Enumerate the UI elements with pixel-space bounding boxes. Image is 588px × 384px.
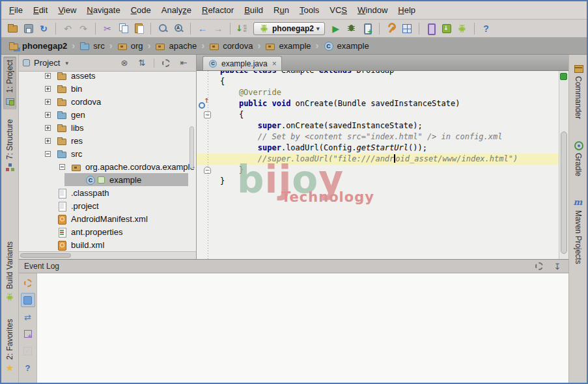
tool-button-7-structure[interactable]: 7: Structure: [3, 116, 16, 176]
autoscroll-icon[interactable]: ⇅: [136, 57, 148, 69]
cut-icon[interactable]: ✂: [100, 21, 115, 36]
code-line-4[interactable]: public void onCreate(Bundle savedInstanc…: [197, 98, 568, 109]
paste-icon[interactable]: [132, 21, 146, 36]
hide-panel-icon[interactable]: ⇤: [178, 57, 189, 69]
menu-navigate[interactable]: Navigate: [81, 1, 125, 19]
open-icon[interactable]: [5, 21, 20, 36]
tree-item-cordova[interactable]: cordova: [19, 95, 196, 108]
tool-button-2-favorites[interactable]: 2: Favorites: [3, 316, 16, 376]
code-line-8[interactable]: super.loadUrl(Config.getStartUrl());: [197, 143, 568, 154]
breadcrumb-org[interactable]: org: [115, 41, 145, 51]
breadcrumb-cordova[interactable]: cordova: [207, 41, 255, 51]
editor-scrollbar[interactable]: [559, 71, 568, 259]
tree-expand-handle[interactable]: [45, 86, 51, 92]
avd-manager-icon[interactable]: [424, 21, 438, 36]
save-icon[interactable]: [21, 21, 35, 36]
settings-icon[interactable]: [21, 276, 35, 290]
tree-expand-handle[interactable]: [45, 138, 51, 144]
scrollbar-thumb[interactable]: [189, 126, 194, 169]
code-line-3[interactable]: @Override: [197, 87, 568, 98]
sdk-manager-icon[interactable]: [440, 21, 454, 36]
help-icon[interactable]: ?: [479, 21, 494, 36]
settings-icon[interactable]: [384, 21, 399, 36]
tree-expand-handle[interactable]: [45, 151, 51, 157]
debug-icon[interactable]: [344, 21, 359, 36]
replace-icon[interactable]: [171, 21, 186, 36]
tree-item-org-apache-cordova-example[interactable]: org.apache.cordova.example: [19, 160, 196, 173]
copy-icon[interactable]: [116, 21, 130, 36]
undo-icon[interactable]: ↶: [61, 21, 75, 36]
editor-body[interactable]: public class example extends DroidGap{ @…: [197, 71, 568, 259]
tree-expand-handle[interactable]: [45, 112, 51, 118]
tool-button-commander[interactable]: Commander: [572, 60, 585, 122]
android-icon[interactable]: [455, 21, 469, 36]
tree-expand-handle[interactable]: [45, 99, 51, 105]
run-icon[interactable]: ▶: [329, 21, 343, 36]
project-scrollbar-horizontal[interactable]: [19, 251, 196, 259]
open-in-window-icon[interactable]: [21, 327, 35, 341]
tree-item-build-xml[interactable]: build.xml: [19, 238, 196, 251]
tree-item-classpath[interactable]: .classpath: [19, 186, 196, 199]
menu-vcs[interactable]: VCS: [324, 1, 352, 19]
fold-marker-icon[interactable]: [204, 111, 211, 118]
fold-marker-icon[interactable]: [204, 167, 211, 174]
tool-button-gradle[interactable]: Gradle: [572, 137, 585, 180]
breadcrumb-example[interactable]: example: [263, 41, 313, 51]
menu-window[interactable]: Window: [352, 1, 393, 19]
tree-item-project[interactable]: .project: [19, 199, 196, 212]
code-line-6[interactable]: super.onCreate(savedInstanceState);: [197, 120, 568, 131]
tool-button-1-project[interactable]: 1: Project: [3, 57, 16, 109]
tree-item-bin[interactable]: bin: [19, 82, 196, 95]
redo-icon[interactable]: ↷: [76, 21, 91, 36]
menu-build[interactable]: Build: [239, 1, 268, 19]
gear-icon[interactable]: [160, 57, 172, 69]
menu-refactor[interactable]: Refactor: [197, 1, 239, 19]
tree-item-assets[interactable]: assets: [19, 69, 196, 82]
help-icon[interactable]: ?: [21, 361, 35, 375]
project-view-selector[interactable]: Project ▾: [23, 58, 68, 68]
collapse-all-icon[interactable]: ⊗: [119, 57, 130, 69]
tree-item-libs[interactable]: libs: [19, 121, 196, 134]
tree-item-gen[interactable]: gen: [19, 108, 196, 121]
back-icon[interactable]: ←: [195, 21, 210, 36]
tree-expand-handle[interactable]: [45, 125, 51, 131]
override-marker-icon[interactable]: [199, 100, 207, 108]
project-structure-icon[interactable]: [400, 21, 414, 36]
tree-item-src[interactable]: src: [19, 147, 196, 160]
gear-icon[interactable]: [533, 260, 545, 272]
tree-expand-handle[interactable]: [45, 73, 51, 79]
code-line-1[interactable]: public class example extends DroidGap: [197, 71, 568, 76]
tool-button-maven-projects[interactable]: Maven Projects: [572, 194, 585, 267]
find-icon[interactable]: [156, 21, 170, 36]
scrollbar-thumb[interactable]: [20, 253, 71, 258]
menu-code[interactable]: Code: [126, 1, 156, 19]
code-line-11[interactable]: }: [197, 176, 568, 187]
code-line-2[interactable]: {: [197, 76, 568, 87]
code-line-9[interactable]: //super.loadUrl("file:///android_asset/w…: [197, 154, 568, 165]
sort-lines-icon[interactable]: [235, 21, 249, 36]
event-log-content[interactable]: [37, 273, 568, 383]
code-line-7[interactable]: // Set by <content src="index.html" /> i…: [197, 131, 568, 143]
tree-item-ant-properties[interactable]: ant.properties: [19, 225, 196, 238]
close-icon[interactable]: ×: [272, 59, 277, 68]
filter-icon[interactable]: [21, 293, 35, 307]
tree-expand-handle[interactable]: [59, 164, 65, 170]
wrap-icon[interactable]: ⇄: [21, 310, 35, 324]
inspection-status-indicator[interactable]: [560, 73, 567, 80]
code-line-10[interactable]: }: [197, 165, 568, 176]
project-scrollbar-vertical[interactable]: [189, 113, 195, 198]
menu-help[interactable]: Help: [393, 1, 421, 19]
attach-debugger-icon[interactable]: [360, 21, 374, 36]
forward-icon[interactable]: →: [211, 21, 225, 36]
run-config-combo[interactable]: phonegap2▾: [253, 22, 325, 35]
tree-item-androidmanifest-xml[interactable]: AndroidManifest.xml: [19, 212, 196, 225]
menu-edit[interactable]: Edit: [28, 1, 53, 19]
menu-tools[interactable]: Tools: [294, 1, 324, 19]
tool-button-build-variants[interactable]: Build Variants: [3, 238, 16, 305]
tree-item-example[interactable]: example: [19, 173, 196, 186]
dock-icon[interactable]: ↧: [552, 260, 563, 272]
tree-item-res[interactable]: res: [19, 134, 196, 147]
menu-view[interactable]: View: [53, 1, 81, 19]
menu-analyze[interactable]: Analyze: [156, 1, 197, 19]
menu-run[interactable]: Run: [268, 1, 294, 19]
